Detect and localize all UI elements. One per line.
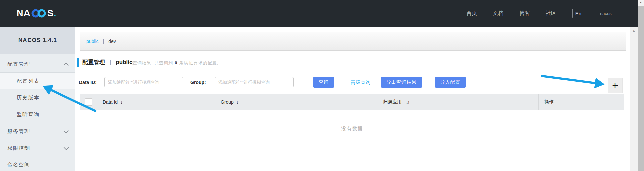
result-count: 0 [175,60,177,65]
column-header-actions: 操作 [538,94,624,110]
sidebar-item-label: 权限控制 [7,145,30,151]
column-label: 操作 [544,99,554,105]
top-navigation: 首页 文档 博客 社区 En nacos [466,0,612,27]
chevron-down-icon [64,128,69,133]
sidebar-item-config-list[interactable]: 配置列表 [0,73,75,89]
logged-in-user[interactable]: nacos [600,11,612,16]
logo-dot: . [54,8,56,19]
content-scrollbar-track[interactable]: ▲ [630,27,638,171]
sidebar-item-history-versions[interactable]: 历史版本 [0,89,75,106]
select-all-checkbox[interactable] [85,98,92,106]
result-prefix: 查询结果: 共查询到 [132,60,173,65]
sidebar-item-label: 服务管理 [7,128,30,135]
top-header-bar: NA S . 首页 文档 博客 社区 En nacos [0,0,638,27]
data-id-input[interactable] [104,77,183,87]
data-id-label: Data ID: [79,80,97,85]
empty-table-message: 没有数据 [80,126,624,132]
nav-item-docs[interactable]: 文档 [493,10,503,17]
infinity-logo-icon [31,8,47,18]
column-header-group[interactable]: Group ↓↑ [215,94,377,110]
nav-item-community[interactable]: 社区 [546,10,556,17]
export-results-button[interactable]: 导出查询结果 [381,77,422,88]
language-toggle-button[interactable]: En [572,9,584,18]
title-separator: | [110,59,111,66]
breadcrumb-separator: | [103,39,104,44]
sidebar-item-label: 监听查询 [17,111,40,118]
config-table-header: Data Id ↓↑ Group ↓↑ 归属应用: ↓↑ 操作 [80,94,624,110]
column-header-data-id[interactable]: Data Id ↓↑ [97,94,215,110]
column-header-application[interactable]: 归属应用: ↓↑ [377,94,538,110]
sidebar-item-permission-control[interactable]: 权限控制 [0,140,75,156]
sidebar-item-config-management[interactable]: 配置管理 [0,56,75,73]
breadcrumb-namespace-link[interactable]: public [86,39,99,44]
sidebar-item-listener-query[interactable]: 监听查询 [0,106,75,123]
window-scrollbar-thumb[interactable] [638,6,644,171]
sidebar-menu: 配置管理 配置列表 历史版本 监听查询 服务管理 权限控制 命名空间 [0,56,75,171]
sort-icon[interactable]: ↓↑ [236,100,239,105]
scroll-up-icon[interactable]: ▲ [630,29,638,32]
chevron-up-icon [64,62,69,68]
sidebar-item-label: 命名空间 [7,162,30,168]
add-config-button[interactable]: + [608,78,623,93]
version-label: NACOS 1.4.1 [18,37,57,44]
sidebar-item-service-management[interactable]: 服务管理 [0,123,75,140]
window-scrollbar-track[interactable]: ▲ [638,0,644,171]
title-namespace: public [116,59,132,66]
group-label: Group: [190,80,206,85]
sidebar-item-label: 配置列表 [17,78,40,84]
nacos-console-page: NA S . 首页 文档 博客 社区 En nacos NACOS 1.4.1 … [0,0,644,171]
logo-text-left: NA [17,8,31,19]
title-accent-bar [77,58,79,67]
plus-icon: + [612,80,618,91]
select-all-cell [80,94,97,110]
sidebar-version-header: NACOS 1.4.1 [0,27,75,54]
sidebar: NACOS 1.4.1 配置管理 配置列表 历史版本 监听查询 服务管理 权限控… [0,27,75,171]
sidebar-item-label: 历史版本 [17,95,40,101]
breadcrumb: public | dev [80,32,626,51]
search-button[interactable]: 查询 [313,77,334,88]
logo-text-right: S [47,8,54,19]
column-label: Data Id [103,99,118,105]
chevron-down-icon [64,145,69,150]
page-title-text: 配置管理 [82,58,105,66]
sidebar-item-namespace[interactable]: 命名空间 [0,156,75,171]
breadcrumb-env-link[interactable]: dev [108,39,116,44]
sort-icon[interactable]: ↓↑ [406,100,409,105]
scroll-up-icon[interactable]: ▲ [638,1,644,4]
nav-item-home[interactable]: 首页 [466,10,477,17]
sort-icon[interactable]: ↓↑ [120,100,123,105]
sidebar-item-label: 配置管理 [7,61,30,67]
group-input[interactable] [215,77,294,87]
nav-item-blog[interactable]: 博客 [519,10,530,17]
nacos-logo[interactable]: NA S . [17,0,56,27]
query-result-summary: 查询结果: 共查询到0条满足要求的配置。 [132,60,221,66]
result-suffix: 条满足要求的配置。 [179,60,221,65]
advanced-query-link[interactable]: 高级查询 [351,80,371,86]
arrow-to-add-button [542,76,600,84]
column-label: Group [221,99,234,105]
column-label: 归属应用: [383,99,403,105]
page-title: 配置管理 | public [82,58,132,66]
import-config-button[interactable]: 导入配置 [435,77,466,88]
